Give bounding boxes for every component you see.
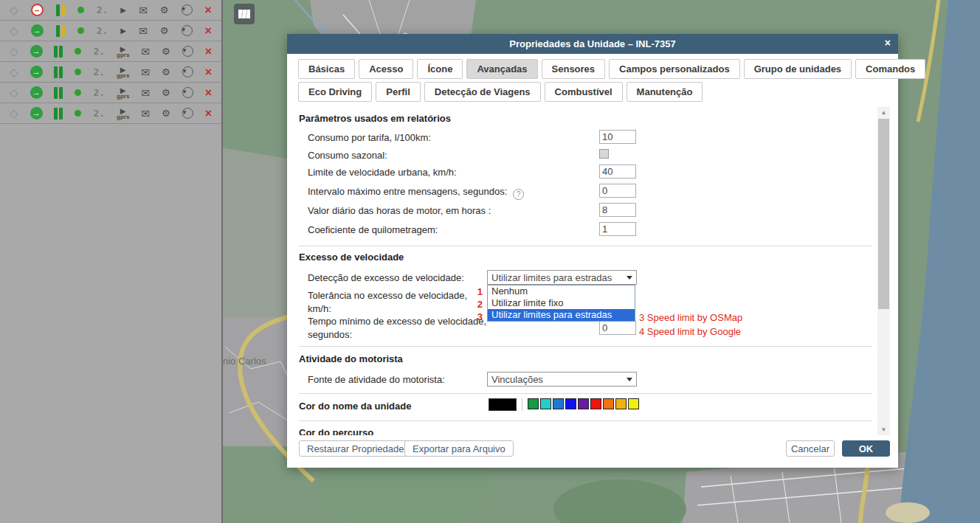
properties-icon[interactable]: ⚙	[160, 26, 169, 35]
locate-icon[interactable]: ◇	[10, 46, 18, 57]
messages-icon[interactable]: ✉	[141, 67, 150, 77]
help-icon[interactable]: ?	[513, 189, 524, 200]
scrollbar-thumb[interactable]	[878, 119, 889, 309]
color-swatch[interactable]	[540, 398, 551, 409]
section-divider	[299, 346, 872, 347]
fonte-atividade-select[interactable]: Vinculações	[487, 372, 637, 387]
select-value: Vinculações	[491, 374, 543, 385]
dialog-scrollbar[interactable]: ▲ ▼	[877, 107, 890, 435]
actions-menu-icon[interactable]: ▾	[182, 87, 193, 98]
option-limites-estradas[interactable]: Utilizar limites para estradas	[488, 309, 635, 321]
tab-basicas[interactable]: Básicas	[298, 59, 355, 79]
deteccao-excesso-select[interactable]: Utilizar limites para estradas	[487, 270, 637, 285]
restore-properties-button[interactable]: Restaurar Propriedades	[299, 440, 417, 457]
properties-icon[interactable]: ⚙	[160, 5, 169, 15]
unit-row[interactable]: ◇ → 2. ▶gprs ✉ ⚙ ▾ ×	[0, 103, 221, 124]
locate-icon[interactable]: ◇	[10, 25, 18, 36]
color-swatch[interactable]	[565, 398, 576, 409]
dialog-titlebar[interactable]: Propriedades da Unidade – INL-7357 ×	[287, 34, 898, 54]
gprs-connection-icon[interactable]: ▶gprs	[117, 107, 129, 120]
option-limite-fixo[interactable]: Utilizar limite fixo	[488, 297, 635, 309]
unit-list-panel: ◇ – 2. ▶ ✉ ⚙ ▾ × ◇ → 2. ▶ ✉ ⚙ ▾ × ◇ →	[0, 0, 223, 523]
actions-menu-icon[interactable]: ▾	[182, 66, 193, 77]
color-swatch[interactable]	[628, 398, 639, 409]
remove-unit-icon[interactable]: ×	[205, 66, 212, 79]
connection-dot-icon	[75, 110, 81, 117]
actions-menu-icon[interactable]: ▾	[182, 25, 193, 36]
export-to-file-button[interactable]: Exportar para Arquivo	[404, 440, 514, 457]
chevron-down-icon	[627, 276, 632, 280]
messages-icon[interactable]: ✉	[141, 88, 150, 98]
tab-deteccao-de-viagens[interactable]: Detecção de Viagens	[424, 82, 541, 102]
messages-icon[interactable]: ✉	[139, 5, 148, 15]
messages-icon[interactable]: ✉	[141, 108, 150, 119]
tab-manutencao[interactable]: Manutenção	[627, 82, 703, 102]
consumo-tarifa-input[interactable]	[599, 130, 636, 144]
option-nenhum[interactable]: Nenhum	[488, 285, 635, 297]
media-play-icon[interactable]: ▶	[120, 6, 126, 14]
color-swatch[interactable]	[528, 398, 539, 409]
map-mixed-left	[221, 148, 291, 332]
map-layers-button[interactable]	[234, 4, 255, 24]
valor-diario-horas-motor-input[interactable]	[599, 203, 636, 217]
tempo-minimo-input[interactable]	[599, 321, 636, 335]
unit-row[interactable]: ◇ → 2. ▶ ✉ ⚙ ▾ ×	[0, 21, 221, 41]
remove-unit-icon[interactable]: ×	[205, 45, 212, 58]
unit-row[interactable]: ◇ – 2. ▶ ✉ ⚙ ▾ ×	[0, 0, 221, 21]
media-play-icon[interactable]: ▶	[120, 27, 126, 35]
color-swatch[interactable]	[590, 398, 601, 409]
locate-icon[interactable]: ◇	[10, 108, 18, 119]
tab-sensores[interactable]: Sensores	[542, 59, 606, 79]
tab-combustivel[interactable]: Combustível	[545, 82, 623, 102]
remove-unit-icon[interactable]: ×	[205, 86, 212, 100]
tab-avancadas[interactable]: Avançadas	[466, 59, 537, 79]
scroll-down-icon[interactable]: ▼	[877, 424, 890, 435]
map-place-label: nio Carlos	[223, 356, 266, 367]
tab-eco-driving[interactable]: Eco Driving	[298, 82, 372, 102]
color-swatch[interactable]	[553, 398, 564, 409]
consumo-sazonal-checkbox[interactable]	[599, 149, 609, 159]
unit-properties-dialog: Propriedades da Unidade – INL-7357 × Bás…	[287, 34, 898, 468]
remove-unit-icon[interactable]: ×	[205, 4, 212, 17]
actions-menu-icon[interactable]: ▾	[182, 4, 193, 15]
cancel-button[interactable]: Cancelar	[786, 440, 835, 457]
properties-icon[interactable]: ⚙	[162, 108, 170, 118]
messages-icon[interactable]: ✉	[139, 26, 148, 36]
unit-row[interactable]: ◇ → 2. ▶gprs ✉ ⚙ ▾ ×	[0, 41, 221, 62]
tab-comandos[interactable]: Comandos	[855, 59, 925, 79]
locate-icon[interactable]: ◇	[10, 4, 18, 15]
color-swatch[interactable]	[615, 398, 627, 409]
locate-icon[interactable]: ◇	[10, 66, 18, 77]
scroll-up-icon[interactable]: ▲	[877, 107, 890, 118]
remove-unit-icon[interactable]: ×	[205, 24, 212, 38]
annotation-osmap: 3 Speed limit by OSMap	[639, 312, 742, 323]
close-icon[interactable]: ×	[885, 37, 891, 49]
intervalo-maximo-input[interactable]	[599, 184, 636, 198]
locate-icon[interactable]: ◇	[10, 87, 18, 98]
gprs-connection-icon[interactable]: ▶gprs	[117, 86, 129, 100]
ok-button[interactable]: OK	[842, 440, 890, 457]
remove-unit-icon[interactable]: ×	[205, 107, 212, 120]
gprs-connection-icon[interactable]: ▶gprs	[117, 45, 129, 58]
tab-perfil[interactable]: Perfil	[376, 82, 421, 102]
tab-campos-personalizados[interactable]: Campos personalizados	[609, 59, 740, 79]
tab-grupo-de-unidades[interactable]: Grupo de unidades	[744, 59, 852, 79]
actions-menu-icon[interactable]: ▾	[182, 46, 193, 57]
data-accuracy-icon	[54, 87, 63, 99]
motion-active-icon: →	[30, 45, 43, 58]
properties-icon[interactable]: ⚙	[162, 88, 170, 97]
unit-row[interactable]: ◇ → 2. ▶gprs ✉ ⚙ ▾ ×	[0, 62, 221, 83]
tab-icone[interactable]: Ícone	[417, 59, 463, 79]
properties-icon[interactable]: ⚙	[162, 46, 170, 56]
color-swatch[interactable]	[603, 398, 614, 409]
limite-velocidade-urbana-input[interactable]	[599, 164, 636, 179]
tab-acesso[interactable]: Acesso	[359, 59, 413, 79]
coeficiente-quilometragem-input[interactable]	[599, 222, 636, 236]
gprs-connection-icon[interactable]: ▶gprs	[117, 66, 129, 79]
current-color-swatch[interactable]	[489, 398, 517, 411]
properties-icon[interactable]: ⚙	[162, 67, 170, 77]
messages-icon[interactable]: ✉	[141, 46, 150, 57]
color-swatch[interactable]	[578, 398, 589, 409]
unit-row[interactable]: ◇ → 2. ▶gprs ✉ ⚙ ▾ ×	[0, 83, 221, 103]
actions-menu-icon[interactable]: ▾	[182, 108, 193, 119]
